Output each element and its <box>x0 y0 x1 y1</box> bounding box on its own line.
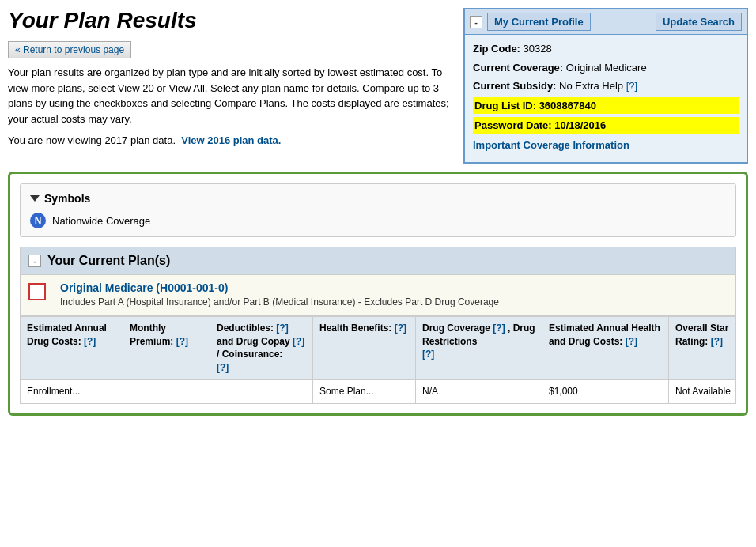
profile-drug-list-row: Drug List ID: 3608867840 <box>473 97 739 115</box>
col-star-rating-help[interactable]: [?] <box>711 336 723 347</box>
password-highlighted: Password Date: 10/18/2016 <box>473 117 739 134</box>
profile-password-row: Password Date: 10/18/2016 <box>473 117 739 134</box>
top-section: Your Plan Results « Return to previous p… <box>8 8 748 164</box>
symbols-toggle[interactable]: Symbols <box>30 192 726 205</box>
plan-data-notice: You are now viewing 2017 plan data. View… <box>8 134 455 146</box>
col-header-drug-coverage: Drug Coverage [?] , Drug Restrictions [?… <box>416 317 542 379</box>
profile-box: - My Current Profile Update Search Zip C… <box>463 8 748 164</box>
col-header-star-rating: Overall Star Rating: [?] <box>669 317 756 379</box>
col-header-health-benefits: Health Benefits: [?] <box>313 317 416 379</box>
col-drug-coverage-help[interactable]: [?] <box>493 323 505 334</box>
password-value: 10/18/2016 <box>554 119 606 131</box>
view-2016-link[interactable]: View 2016 plan data. <box>181 134 281 146</box>
plan-info: Original Medicare (H0001-001-0) Includes… <box>60 281 728 309</box>
zip-label: Zip Code: <box>473 43 520 55</box>
profile-tab[interactable]: My Current Profile <box>487 13 591 31</box>
col-monthly-premium-help[interactable]: [?] <box>176 336 188 347</box>
important-coverage-link[interactable]: Important Coverage Information <box>473 139 629 151</box>
subsidy-value: No Extra Help <box>559 80 626 92</box>
description-text: Your plan results are organized by plan … <box>8 65 451 126</box>
profile-box-header: - My Current Profile Update Search <box>465 9 747 35</box>
profile-content: Zip Code: 30328 Current Coverage: Origin… <box>465 35 747 162</box>
plan-table-header: Estimated Annual Drug Costs: [?] Monthly… <box>21 316 735 379</box>
profile-zip-row: Zip Code: 30328 <box>473 41 739 57</box>
current-plan-collapse-icon[interactable]: - <box>28 255 41 267</box>
nationwide-label: Nationwide Coverage <box>52 215 150 227</box>
col-deductibles-help[interactable]: [?] <box>276 323 288 334</box>
col-monthly-premium-label: Monthly Premium: <box>130 323 173 347</box>
cell-annual-health: $1,000 <box>542 380 669 403</box>
profile-subsidy-row: Current Subsidy: No Extra Help [?] <box>473 78 739 94</box>
plan-checkbox-container <box>28 281 52 300</box>
col-deductibles-label2: and Drug Copay <box>217 336 293 347</box>
col-header-estimated-drug: Estimated Annual Drug Costs: [?] <box>21 317 123 379</box>
current-plan-section: - Your Current Plan(s) Original Medicare… <box>20 247 736 404</box>
col-header-monthly-premium: Monthly Premium: [?] <box>123 317 210 379</box>
plan-description: Includes Part A (Hospital Insurance) and… <box>60 296 728 309</box>
col-health-benefits-label: Health Benefits: <box>319 323 391 334</box>
cell-health-benefits: Some Plan... <box>313 380 416 403</box>
plan-name-link[interactable]: Original Medicare (H0001-001-0) <box>60 281 228 294</box>
return-previous-button[interactable]: « Return to previous page <box>8 41 131 58</box>
coverage-value: Original Medicare <box>566 62 647 74</box>
drug-list-label: Drug List ID: <box>474 100 536 111</box>
col-drug-coverage-label: Drug Coverage <box>422 323 493 334</box>
cell-premium <box>123 380 210 403</box>
col-coinsurance-label: / Coinsurance: <box>217 349 282 360</box>
cell-enrollment: Enrollment... <box>21 380 123 403</box>
col-drug-restrictions-help[interactable]: [?] <box>422 349 434 360</box>
profile-important-row: Important Coverage Information <box>473 138 739 153</box>
current-plan-title: Your Current Plan(s) <box>47 254 170 268</box>
zip-value: 30328 <box>524 43 552 55</box>
col-estimated-annual-health-label: Estimated Annual Health and Drug Costs: <box>549 323 660 347</box>
page-wrapper: Your Plan Results « Return to previous p… <box>0 0 756 547</box>
current-plan-header: - Your Current Plan(s) <box>21 247 735 275</box>
col-coinsurance-help2[interactable]: [?] <box>217 362 229 373</box>
col-copay-help[interactable]: [?] <box>293 336 304 347</box>
nationwide-symbol-item: N Nationwide Coverage <box>30 213 726 228</box>
profile-collapse-button[interactable]: - <box>470 16 482 28</box>
col-estimated-annual-health-help[interactable]: [?] <box>626 336 637 347</box>
subsidy-help-link[interactable]: [?] <box>626 80 637 92</box>
col-deductibles-label: Deductibles: <box>217 323 276 334</box>
drug-list-value: 3608867840 <box>539 100 596 111</box>
col-header-deductibles: Deductibles: [?] and Drug Copay [?] / Co… <box>210 317 313 379</box>
triangle-down-icon <box>30 195 40 202</box>
results-container: Symbols N Nationwide Coverage - Your Cur… <box>8 172 748 416</box>
cell-drug-coverage: N/A <box>416 380 542 403</box>
drug-list-highlighted: Drug List ID: 3608867840 <box>473 97 739 115</box>
left-column: Your Plan Results « Return to previous p… <box>8 8 455 164</box>
col-estimated-drug-help[interactable]: [?] <box>84 336 96 347</box>
plan-checkbox[interactable] <box>28 283 46 300</box>
col-health-benefits-help[interactable]: [?] <box>395 323 406 334</box>
cell-deductible <box>210 380 313 403</box>
cell-star-rating: Not Available <box>669 380 756 403</box>
profile-coverage-row: Current Coverage: Original Medicare <box>473 60 739 76</box>
symbols-section: Symbols N Nationwide Coverage <box>20 183 736 237</box>
col-header-estimated-annual-health: Estimated Annual Health and Drug Costs: … <box>542 317 669 379</box>
plan-row: Original Medicare (H0001-001-0) Includes… <box>21 275 735 316</box>
coverage-label: Current Coverage: <box>473 62 563 74</box>
plan-data-row: Enrollment... Some Plan... N/A $1,000 No… <box>21 379 735 403</box>
subsidy-label: Current Subsidy: <box>473 80 556 92</box>
password-label: Password Date: <box>474 119 552 131</box>
nationwide-icon: N <box>30 213 46 228</box>
update-search-button[interactable]: Update Search <box>656 13 742 31</box>
plan-data-notice-prefix: You are now viewing 2017 plan data. <box>8 134 176 146</box>
page-title: Your Plan Results <box>8 8 455 33</box>
symbols-label: Symbols <box>44 192 90 205</box>
